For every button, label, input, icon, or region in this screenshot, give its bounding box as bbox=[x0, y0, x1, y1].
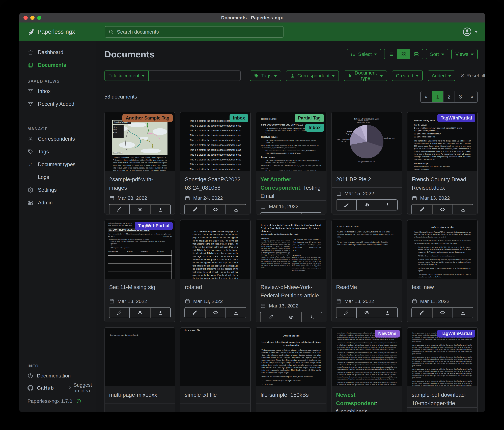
download-document-button[interactable] bbox=[301, 213, 322, 215]
document-thumbnail[interactable]: Review of New York Federal Petitions for… bbox=[256, 220, 326, 279]
document-tag[interactable]: Inbox bbox=[305, 124, 324, 131]
document-tag[interactable]: TagWithPartial bbox=[437, 114, 475, 122]
document-title[interactable]: 2011 BP Pie 2 bbox=[332, 171, 402, 187]
document-correspondent[interactable]: Newest Correspondent bbox=[336, 392, 376, 406]
edit-document-button[interactable] bbox=[109, 204, 130, 215]
download-document-button[interactable] bbox=[453, 308, 473, 318]
view-document-button[interactable] bbox=[205, 308, 226, 318]
download-document-button[interactable] bbox=[377, 308, 397, 318]
document-title[interactable]: multi-page-mixedxx bbox=[105, 386, 175, 403]
added-filter-button[interactable]: Added bbox=[428, 71, 455, 81]
document-tag[interactable]: Inbox bbox=[230, 114, 248, 122]
document-thumbnail[interactable]: This is a test file. bbox=[180, 328, 250, 386]
document-thumbnail[interactable]: This is a test for the double space char… bbox=[180, 112, 250, 171]
edit-document-button[interactable] bbox=[185, 308, 205, 318]
view-document-button[interactable] bbox=[281, 312, 301, 322]
sidebar-item-tags[interactable]: Tags bbox=[19, 145, 96, 158]
sidebar-item-recently-added[interactable]: Recently Added bbox=[19, 98, 96, 111]
document-tag[interactable]: TagWithPartial bbox=[135, 222, 173, 230]
download-document-button[interactable] bbox=[150, 308, 170, 318]
sidebar-item-documentation[interactable]: Documentation bbox=[19, 370, 96, 382]
edit-document-button[interactable] bbox=[260, 312, 281, 322]
view-document-button[interactable] bbox=[357, 308, 377, 318]
edit-document-button[interactable] bbox=[185, 204, 205, 215]
document-title[interactable]: French Country Bread Revised.docx bbox=[407, 171, 477, 192]
info-circle-icon[interactable] bbox=[76, 399, 81, 404]
sidebar-item-admin[interactable]: Admin bbox=[19, 196, 96, 209]
reset-filters-button[interactable]: ✕ Reset filters bbox=[460, 73, 485, 79]
document-title[interactable]: 2sample-pdf-with-images bbox=[105, 171, 175, 192]
close-window-button[interactable] bbox=[24, 16, 28, 20]
minimize-window-button[interactable] bbox=[30, 16, 35, 20]
sidebar-item-document-types[interactable]: # Document types bbox=[19, 158, 96, 171]
edit-document-button[interactable] bbox=[336, 200, 357, 210]
edit-document-button[interactable] bbox=[260, 213, 281, 215]
view-mode-list[interactable] bbox=[385, 49, 397, 59]
view-document-button[interactable] bbox=[130, 204, 150, 215]
sidebar-item-github[interactable]: GitHub bbox=[37, 385, 54, 391]
view-mode-grid[interactable] bbox=[397, 49, 410, 59]
sidebar-item-dashboard[interactable]: Dashboard bbox=[19, 46, 96, 59]
document-tag[interactable]: Partial Tag bbox=[295, 114, 324, 122]
sidebar-item-logs[interactable]: Logs bbox=[19, 171, 96, 184]
pagination-next[interactable]: » bbox=[466, 91, 477, 102]
download-document-button[interactable] bbox=[377, 200, 397, 210]
document-thumbnail[interactable]: This is a multi page document. Page 1. bbox=[105, 328, 175, 386]
search-box[interactable] bbox=[105, 26, 284, 37]
pagination-page-1[interactable]: 1 bbox=[432, 91, 443, 102]
created-filter-button[interactable]: Created bbox=[392, 71, 423, 81]
document-thumbnail[interactable]: Lorem ipsum dolor sit amet, consectetur … bbox=[332, 328, 402, 386]
document-title[interactable]: sample-pdf-download-10-mb-longer-title bbox=[407, 386, 477, 407]
document-thumbnail[interactable]: This is the text that appears on the fir… bbox=[180, 220, 250, 279]
document-thumbnail[interactable]: Adobe Acrobat PDF Files Adobe® Portable … bbox=[407, 220, 477, 279]
document-title[interactable]: Review-of-New-York-Federal-Petitions-art… bbox=[256, 279, 326, 299]
edit-document-button[interactable] bbox=[412, 308, 432, 318]
user-menu[interactable] bbox=[462, 22, 478, 41]
document-title[interactable]: ReadMe bbox=[332, 279, 402, 295]
pagination-page-2[interactable]: 2 bbox=[443, 91, 455, 102]
correspondent-filter-button[interactable]: Correspondent bbox=[286, 71, 339, 81]
document-title[interactable]: Sec 11-Missing sig bbox=[105, 279, 175, 295]
edit-document-button[interactable] bbox=[336, 308, 357, 318]
sidebar-item-suggest-idea[interactable]: Suggest an idea bbox=[68, 382, 96, 393]
edit-document-button[interactable] bbox=[412, 204, 432, 215]
edit-document-button[interactable] bbox=[109, 308, 130, 318]
document-title[interactable]: Sonstige ScanPC2022 03-24_081058 bbox=[180, 171, 250, 192]
document-thumbnail[interactable]: Lorem ipsum Lorem ipsum dolor sit amet, … bbox=[256, 328, 326, 386]
document-tag[interactable]: NewOne bbox=[375, 330, 400, 337]
select-button[interactable]: Select bbox=[347, 49, 381, 59]
document-title[interactable]: Newest Correspondent: f_combineds bbox=[332, 386, 402, 412]
document-thumbnail[interactable]: Boundary Waters Trip Legend▸ Day 1▸ Day … bbox=[105, 112, 175, 171]
document-title[interactable]: test_new bbox=[407, 279, 477, 295]
title-content-filter-input[interactable] bbox=[149, 71, 241, 81]
download-document-button[interactable] bbox=[226, 308, 246, 318]
document-title[interactable]: rotated bbox=[180, 279, 250, 295]
document-thumbnail[interactable]: Application for Medical Staff MembersGoo… bbox=[105, 220, 175, 279]
sort-button[interactable]: Sort bbox=[426, 49, 448, 59]
view-document-button[interactable] bbox=[205, 204, 226, 215]
download-document-button[interactable] bbox=[301, 312, 322, 322]
document-title[interactable]: file-sample_150kBs bbox=[256, 386, 326, 403]
document-thumbnail[interactable]: French Country Bread For the Leaven1 hea… bbox=[407, 112, 477, 171]
brand[interactable]: Paperless-ngx bbox=[27, 28, 75, 36]
search-input[interactable] bbox=[117, 29, 280, 35]
view-mode-details[interactable] bbox=[410, 49, 423, 59]
zoom-window-button[interactable] bbox=[37, 16, 41, 20]
document-tag[interactable]: TagWithPartial bbox=[437, 330, 475, 337]
pagination-prev[interactable]: « bbox=[421, 91, 432, 102]
view-document-button[interactable] bbox=[357, 200, 377, 210]
document-thumbnail[interactable]: Release Notes Simba ODBC Driver for SQL … bbox=[256, 112, 326, 171]
tags-filter-button[interactable]: Tags bbox=[250, 71, 281, 81]
document-tag[interactable]: Another Sample Tag bbox=[122, 114, 173, 122]
document-thumbnail[interactable]: Patient BP Distribution 2011 Normal, 150… bbox=[332, 112, 402, 171]
views-button[interactable]: Views bbox=[451, 49, 478, 59]
document-thumbnail[interactable]: Contact Sheet DemoGiven a set of image f… bbox=[332, 220, 402, 279]
view-document-button[interactable] bbox=[130, 308, 150, 318]
download-document-button[interactable] bbox=[226, 204, 246, 215]
view-document-button[interactable] bbox=[432, 308, 453, 318]
document-correspondent[interactable]: Yet Another Correspondent bbox=[260, 176, 300, 191]
sidebar-item-documents[interactable]: Documents bbox=[19, 59, 96, 72]
document-thumbnail[interactable]: Lorem ipsum dolor sit amet, consectetur … bbox=[407, 328, 477, 386]
sidebar-item-settings[interactable]: Settings bbox=[19, 184, 96, 196]
sidebar-item-inbox[interactable]: Inbox bbox=[19, 85, 96, 98]
